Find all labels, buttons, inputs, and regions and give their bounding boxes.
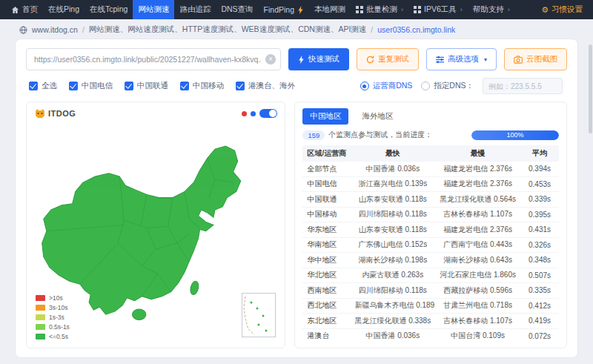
avg-cell: 0.412s xyxy=(520,302,559,310)
nav-item-traceroute[interactable]: 路由追踪 xyxy=(174,0,216,19)
fastest-cell: 山东泰安联通 0.118s xyxy=(350,225,435,235)
nav-item-preferences[interactable]: ⚙ 习惯设置 xyxy=(537,0,587,19)
avg-cell: 0.395s xyxy=(520,211,559,219)
region-cell: 东北地区 xyxy=(302,316,350,326)
legend-label: 0.5s-1s xyxy=(49,323,70,331)
fastest-cell: 新疆乌鲁木齐电信 0.189s xyxy=(350,300,435,311)
checkbox-china-unicom[interactable]: 中国联通 xyxy=(125,81,168,91)
page-scrollbar[interactable] xyxy=(589,44,592,133)
nav-label: 帮助支持 xyxy=(473,4,504,15)
progress-bar: 100% xyxy=(471,130,559,140)
table-row[interactable]: 华东地区山东泰安联通 0.118s福建龙岩电信 2.376s0.431s xyxy=(302,222,559,238)
table-row[interactable]: 中国电信浙江嘉兴电信 0.139s福建龙岩电信 2.376s0.453s xyxy=(302,177,559,193)
legend-label: 3s-10s xyxy=(49,304,68,311)
clear-input-icon[interactable]: × xyxy=(265,54,276,64)
legend-item: >10s xyxy=(36,294,70,302)
main-card: × 快速测试 重复测试 高级选项 ▾ 云图截图 全选 中国电信 中国联通 中国移… xyxy=(15,39,578,358)
button-label: 云图截图 xyxy=(526,54,557,64)
tab-overseas-region[interactable]: 海外地区 xyxy=(354,108,400,125)
checkbox-checked-icon xyxy=(236,82,245,90)
checkbox-select-all[interactable]: 全选 xyxy=(29,81,57,91)
dog-icon xyxy=(34,108,46,119)
grid-icon xyxy=(414,6,421,13)
camera-icon xyxy=(514,56,523,64)
nav-item-findping[interactable]: FindPing xyxy=(259,0,309,19)
results-table: 区域/运营商 最快 最慢 平均 全部节点中国香港 0.036s福建龙岩电信 2.… xyxy=(302,145,559,343)
button-label: 高级选项 xyxy=(448,54,479,64)
legend-item: <=0.5s xyxy=(36,333,70,340)
repeat-test-button[interactable]: 重复测试 xyxy=(357,48,419,70)
advanced-options-button[interactable]: 高级选项 ▾ xyxy=(426,48,497,70)
caret-down-icon: ▾ xyxy=(484,56,487,63)
region-cell: 中国联通 xyxy=(302,194,350,205)
col-fastest: 最快 xyxy=(350,148,435,159)
breadcrumb-site[interactable]: www.itdog.cn xyxy=(32,25,78,34)
checkbox-overseas[interactable]: 港澳台、海外 xyxy=(236,81,295,91)
top-navigation: 首页 在线Ping 在线Tcping 网站测速 路由追踪 DNS查询 FindP… xyxy=(0,0,593,19)
slowest-cell: 湖南长沙移动 0.643s xyxy=(435,255,520,265)
legend-swatch xyxy=(36,334,45,340)
table-row[interactable]: 东北地区黑龙江绥化联通 0.338s吉林长春移动 1.107s0.419s xyxy=(302,314,559,329)
nav-item-ipv6-tools[interactable]: IPV6工具 › xyxy=(408,0,468,19)
red-dot-icon[interactable] xyxy=(242,111,247,116)
china-outline xyxy=(42,146,241,314)
breadcrumb-section[interactable]: 网站测速、网站速度测试、HTTP速度测试、WEB速度测试、CDN测速、API测速 xyxy=(89,24,367,35)
radio-custom-dns[interactable]: 指定DNS： xyxy=(421,81,474,91)
legend-item: 0.5s-1s xyxy=(36,323,70,331)
avg-cell: 0.507s xyxy=(520,271,559,279)
url-row: × 快速测试 重复测试 高级选项 ▾ 云图截图 xyxy=(26,48,567,70)
checkbox-china-telecom[interactable]: 中国电信 xyxy=(69,81,113,91)
nav-item-dns-query[interactable]: DNS查询 xyxy=(216,0,258,19)
table-row[interactable]: 华中地区湖南长沙移动 0.198s湖南长沙移动 0.643s0.348s xyxy=(302,253,559,268)
table-row[interactable]: 全部节点中国香港 0.036s福建龙岩电信 2.376s0.394s xyxy=(302,162,559,177)
checkbox-china-mobile[interactable]: 中国移动 xyxy=(180,81,224,91)
nav-item-help[interactable]: 帮助支持 › xyxy=(468,0,515,19)
map-layer-controls xyxy=(242,109,277,118)
table-row[interactable]: 华北地区内蒙古联通 0.263s河北石家庄电信 1.860s0.507s xyxy=(302,268,559,284)
home-icon xyxy=(11,6,19,14)
table-row[interactable]: 华南地区广东佛山电信 0.152s广西南宁电信 0.443s0.326s xyxy=(302,238,559,254)
avg-cell: 0.453s xyxy=(520,180,559,188)
quick-test-button[interactable]: 快速测试 xyxy=(288,48,349,70)
table-row[interactable]: 中国移动四川绵阳移动 0.118s吉林长春移动 1.107s0.395s xyxy=(302,208,559,223)
custom-dns-input[interactable] xyxy=(483,78,563,94)
col-average: 平均 xyxy=(520,148,559,159)
nav-item-tcping[interactable]: 在线Tcping xyxy=(85,0,133,19)
nav-item-home[interactable]: 首页 xyxy=(6,0,43,19)
map-layer-toggle[interactable] xyxy=(259,109,277,118)
gear-icon: ⚙ xyxy=(541,5,549,15)
fastest-cell: 中国香港 0.036s xyxy=(350,164,435,174)
grid-icon xyxy=(356,6,363,13)
legend-label: <=0.5s xyxy=(49,333,68,340)
nav-item-local-test[interactable]: 本地网测 xyxy=(309,0,351,19)
bolt-icon xyxy=(298,56,305,64)
checkbox-checked-icon xyxy=(180,82,189,90)
radio-carrier-dns[interactable]: 运营商DNS xyxy=(360,81,413,91)
blue-dot-icon[interactable] xyxy=(251,111,256,116)
fastest-cell: 内蒙古联通 0.263s xyxy=(350,270,435,280)
table-row[interactable]: 西南地区四川绵阳移动 0.118s西藏拉萨移动 0.596s0.335s xyxy=(302,283,559,299)
fastest-cell: 广东佛山电信 0.152s xyxy=(350,239,435,250)
nav-item-ping[interactable]: 在线Ping xyxy=(43,0,85,19)
url-input-wrapper: × xyxy=(26,48,281,70)
table-row[interactable]: 西北地区新疆乌鲁木齐电信 0.189s甘肃兰州电信 0.718s0.412s xyxy=(302,299,559,314)
radio-label: 运营商DNS xyxy=(373,81,413,91)
cloud-screenshot-button[interactable]: 云图截图 xyxy=(504,48,567,70)
region-tabs: 中国地区 海外地区 xyxy=(302,108,559,125)
table-row[interactable]: 港澳台中国香港 0.036s中国台湾 0.109s0.072s xyxy=(302,329,559,344)
url-input[interactable] xyxy=(26,48,281,70)
avg-cell: 0.335s xyxy=(520,286,559,294)
nav-item-batch-check[interactable]: 批量检测 › xyxy=(351,0,408,19)
nav-item-website-speedtest[interactable]: 网站测速 xyxy=(133,0,174,19)
checkbox-label: 港澳台、海外 xyxy=(248,81,295,91)
progress-text: 个监测点参与测试，当前进度： xyxy=(328,130,432,140)
map-panel: ITDOG xyxy=(26,102,285,348)
progress-row: 159 个监测点参与测试，当前进度： 100% xyxy=(302,130,559,140)
table-row[interactable]: 中国联通山东泰安联通 0.118s黑龙江绥化联通 0.564s0.339s xyxy=(302,192,559,208)
region-cell: 中国电信 xyxy=(302,179,350,189)
itdog-logo: ITDOG xyxy=(34,108,76,119)
legend-swatch xyxy=(36,305,45,311)
checkbox-label: 中国移动 xyxy=(193,81,224,91)
slowest-cell: 吉林长春移动 1.107s xyxy=(435,209,520,219)
tab-china-region[interactable]: 中国地区 xyxy=(302,108,348,125)
